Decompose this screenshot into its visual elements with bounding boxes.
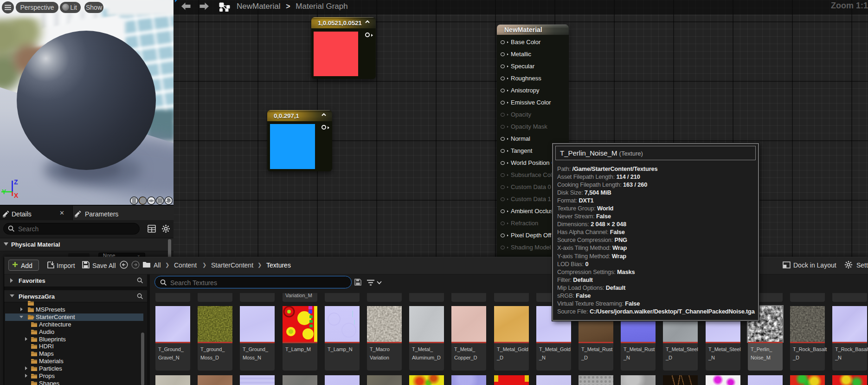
svg-text:Y: Y [2, 188, 6, 196]
svg-text:Z: Z [14, 178, 18, 186]
svg-text:X: X [14, 192, 19, 199]
